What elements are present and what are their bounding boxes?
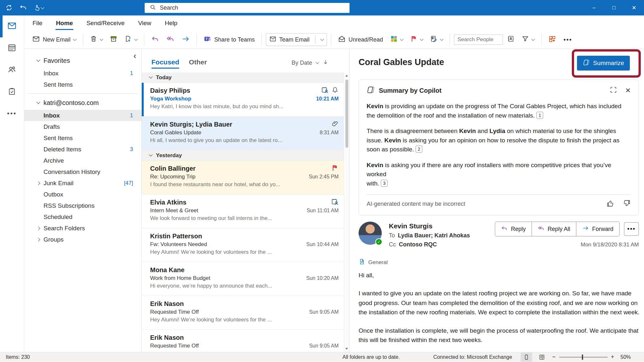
tab-send-receive[interactable]: Send/Receive: [86, 18, 125, 29]
reply-button[interactable]: Reply: [495, 222, 532, 236]
tab-file[interactable]: File: [32, 18, 43, 29]
more-actions-button[interactable]: •••: [624, 222, 639, 236]
zoom-in-button[interactable]: +: [611, 354, 614, 360]
folder-item-conversation-history[interactable]: Conversation History: [24, 166, 141, 177]
sort-direction-icon[interactable]: [322, 59, 329, 67]
message-list-item[interactable]: Erik NasonRequested Time OffHey Alumni! …: [142, 296, 344, 330]
tab-other[interactable]: Other: [189, 58, 207, 69]
folder-item-sent-items[interactable]: Sent Items: [24, 79, 141, 90]
chevron-right-icon[interactable]: [36, 238, 40, 241]
message-group-header[interactable]: Yesterday: [142, 150, 344, 161]
folder-item-inbox[interactable]: Inbox1: [24, 68, 141, 79]
reading-view-icon[interactable]: [521, 353, 532, 362]
folder-item-archive[interactable]: Archive: [24, 155, 141, 166]
reply-all-button[interactable]: Reply All: [532, 222, 576, 236]
maximize-button[interactable]: □: [604, 0, 624, 15]
message-list-item[interactable]: Mona KaneWork from Home BudgetHi everyon…: [142, 262, 344, 296]
citation-chip[interactable]: 1: [536, 112, 543, 119]
tab-help[interactable]: Help: [164, 18, 178, 29]
scrollbar-thumb[interactable]: [345, 80, 348, 148]
touch-mode-icon[interactable]: [34, 4, 44, 12]
ai-disclaimer: AI-generated content may be incorrect: [367, 201, 465, 207]
undo-icon[interactable]: [19, 4, 27, 12]
address-book-button[interactable]: [504, 33, 517, 46]
get-add-ins-button[interactable]: [545, 33, 559, 47]
tasks-module-icon[interactable]: [5, 85, 18, 98]
favorites-section-header[interactable]: Favorites: [24, 53, 141, 68]
minimize-button[interactable]: –: [584, 0, 604, 15]
tab-view[interactable]: View: [138, 18, 152, 29]
close-icon[interactable]: ✕: [625, 87, 631, 94]
chevron-right-icon[interactable]: [36, 181, 40, 185]
open-in-window-icon[interactable]: [610, 86, 617, 95]
summarize-button[interactable]: Summarize: [577, 56, 630, 71]
sort-by-label[interactable]: By Date: [292, 60, 312, 66]
message-list-item[interactable]: Elvia AtkinsIntern Meet & GreetWe look f…: [142, 195, 344, 228]
folder-item-search-folders[interactable]: Search Folders: [24, 223, 141, 234]
chevron-right-icon[interactable]: [36, 226, 40, 230]
folder-item-rss-subscriptions[interactable]: RSS Subscriptions: [24, 200, 141, 211]
message-list-item[interactable]: Kevin Sturgis; Lydia BauerCoral Gables U…: [142, 117, 344, 150]
ribbon-overflow-button[interactable]: •••: [560, 36, 575, 43]
folder-item-deleted-items[interactable]: Deleted Items3: [24, 144, 141, 155]
new-email-button[interactable]: New Email: [29, 33, 79, 47]
more-modules-icon[interactable]: •••: [5, 107, 18, 120]
share-to-teams-button[interactable]: T Share to Teams: [201, 33, 258, 47]
categorize-button[interactable]: [427, 33, 446, 46]
message-list-item[interactable]: Colin BallingerRe: Upcoming TripI found …: [142, 161, 344, 195]
calendar-module-icon[interactable]: [5, 41, 18, 54]
search-people-input[interactable]: [454, 34, 503, 45]
filter-email-button[interactable]: [519, 33, 537, 46]
reply-all-button[interactable]: [163, 33, 177, 47]
citation-chip[interactable]: 3: [381, 180, 388, 187]
people-module-icon[interactable]: [5, 63, 18, 76]
tab-focused[interactable]: Focused: [151, 58, 179, 69]
team-email-quickstep-button[interactable]: Team Email: [266, 33, 327, 46]
thumbs-down-icon[interactable]: [623, 199, 631, 209]
sender-name[interactable]: Kevin Sturgis: [389, 222, 470, 230]
folder-item-junk-email[interactable]: Junk Email[47]: [24, 177, 141, 189]
folder-item-groups[interactable]: Groups: [24, 234, 141, 245]
zoom-slider-thumb[interactable]: [582, 355, 583, 360]
thumbs-up-icon[interactable]: [606, 199, 614, 209]
message-group-header[interactable]: Today: [142, 72, 344, 83]
unread-read-button[interactable]: Unread/Read: [335, 33, 386, 47]
follow-up-flag-button[interactable]: [407, 33, 426, 46]
sender-avatar[interactable]: ✓: [359, 222, 382, 245]
archive-button[interactable]: [107, 33, 120, 46]
message-list-item[interactable]: Kristin PattersonFw: Volunteers NeededHe…: [142, 228, 344, 262]
scroll-up-icon[interactable]: [345, 75, 348, 77]
quick-steps-button[interactable]: [387, 33, 406, 46]
forward-button[interactable]: [178, 33, 193, 47]
zoom-level[interactable]: 50%: [620, 354, 631, 360]
reply-button[interactable]: [148, 33, 162, 47]
zoom-out-button[interactable]: −: [552, 354, 556, 360]
scrollbar[interactable]: [344, 72, 349, 352]
sensitivity-label[interactable]: General: [368, 259, 388, 266]
sync-icon[interactable]: [5, 4, 13, 12]
message-list-item[interactable]: Erik NasonRequested Time OffSun 9:05 AM: [142, 330, 344, 352]
account-section-header[interactable]: katri@contoso.com: [24, 96, 141, 110]
tab-home[interactable]: Home: [55, 18, 74, 29]
move-to-button[interactable]: [121, 33, 140, 46]
forward-button[interactable]: Forward: [576, 222, 619, 236]
mail-module-icon[interactable]: [5, 19, 18, 32]
folder-item-drafts[interactable]: Drafts: [24, 121, 141, 132]
search-people-field[interactable]: [457, 36, 499, 43]
cc-recipients[interactable]: Contoso RQC: [399, 241, 437, 248]
folder-item-inbox[interactable]: Inbox1: [24, 110, 141, 121]
close-button[interactable]: ✕: [624, 0, 644, 15]
delete-button[interactable]: [87, 33, 106, 46]
folder-item-sent-items[interactable]: Sent Items: [24, 132, 141, 144]
citation-chip[interactable]: 2: [416, 146, 422, 153]
to-recipients[interactable]: Lydia Bauer; Katri Ahokas: [398, 232, 470, 239]
zoom-slider-track[interactable]: [559, 357, 608, 357]
message-list-item[interactable]: Daisy PhilipsYoga WorkshopHey Katri, I k…: [142, 83, 344, 117]
scroll-down-icon[interactable]: [345, 348, 348, 350]
folder-item-outbox[interactable]: Outbox: [24, 189, 141, 200]
layout-view-icon[interactable]: [536, 353, 548, 362]
collapse-folder-pane-button[interactable]: ‹: [133, 52, 136, 60]
folder-label: Outbox: [43, 191, 63, 198]
search-input[interactable]: Search: [145, 3, 350, 13]
folder-item-scheduled[interactable]: Scheduled: [24, 211, 141, 223]
